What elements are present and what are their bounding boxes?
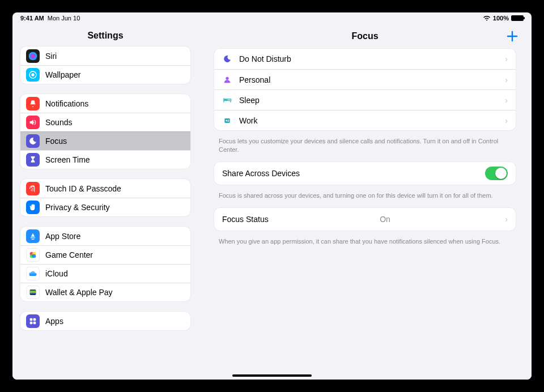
focus-status-value: On: [380, 215, 394, 224]
status-time: 9:41 AM: [20, 15, 44, 22]
chevron-right-icon: ›: [505, 116, 508, 125]
sidebar-item-focus[interactable]: Focus: [20, 131, 190, 150]
cloud-icon: [26, 267, 40, 280]
sidebar-item-label: Wallpaper: [45, 70, 81, 79]
wallpaper-icon: [26, 68, 40, 82]
sidebar-item-sounds[interactable]: Sounds: [20, 113, 190, 131]
sidebar-item-label: Screen Time: [45, 155, 90, 164]
grid-icon: [26, 314, 40, 328]
share-toggle[interactable]: [485, 167, 508, 180]
sidebar-item-label: iCloud: [45, 269, 68, 278]
sidebar-item-screen-time[interactable]: Screen Time: [20, 150, 190, 169]
sidebar-item-label: Privacy & Security: [45, 203, 110, 212]
share-row-card: Share Across Devices: [214, 162, 516, 185]
sidebar-item-label: Wallet & Apple Pay: [45, 288, 113, 297]
bell-icon: [26, 97, 40, 110]
share-across-devices-row: Share Across Devices: [214, 162, 516, 185]
moon-icon: [222, 54, 232, 64]
screen: 9:41 AM Mon Jun 10 100% Settings SiriWal…: [12, 12, 532, 380]
sidebar-item-label: Game Center: [45, 250, 93, 259]
sidebar-item-label: Notifications: [45, 99, 88, 108]
main-header: Focus: [198, 24, 532, 49]
svg-point-0: [29, 52, 37, 60]
sidebar-item-label: App Store: [45, 232, 80, 241]
sidebar-title: Settings: [12, 24, 198, 46]
svg-rect-9: [30, 292, 36, 293]
sidebar-item-game-center[interactable]: Game Center: [20, 245, 190, 264]
focus-mode-label: Do Not Disturb: [239, 54, 291, 63]
svg-rect-18: [228, 120, 230, 120]
svg-point-15: [226, 76, 228, 79]
sidebar-item-icloud[interactable]: iCloud: [20, 264, 190, 283]
focus-mode-work[interactable]: Work›: [214, 110, 516, 130]
settings-sidebar: Settings SiriWallpaperNotificationsSound…: [12, 24, 198, 380]
sidebar-item-wallet-apple-pay[interactable]: Wallet & Apple Pay: [20, 283, 190, 301]
svg-rect-8: [30, 291, 36, 292]
sidebar-item-label: Siri: [45, 52, 57, 61]
focus-status-footer: When you give an app permission, it can …: [198, 234, 532, 254]
focus-modes-list: Do Not Disturb›Personal›Sleep›Work›: [214, 49, 516, 130]
sidebar-item-apps[interactable]: Apps: [20, 312, 190, 330]
main-title: Focus: [351, 31, 378, 41]
bed-icon: [222, 95, 232, 105]
gamecenter-icon: [26, 248, 40, 262]
sidebar-item-label: Touch ID & Passcode: [45, 184, 121, 193]
focus-panel: Focus Do Not Disturb›Personal›Sleep›Work…: [198, 24, 532, 380]
badge-icon: [222, 116, 232, 126]
status-date: Mon Jun 10: [48, 15, 80, 22]
focus-mode-label: Sleep: [239, 96, 260, 105]
svg-rect-19: [228, 121, 230, 121]
share-label: Share Across Devices: [222, 169, 300, 178]
speaker-icon: [26, 116, 40, 129]
sidebar-item-siri[interactable]: Siri: [20, 46, 190, 65]
focus-mode-label: Personal: [239, 75, 270, 84]
chevron-right-icon: ›: [505, 96, 508, 105]
battery-icon: [511, 15, 524, 21]
focus-mode-label: Work: [239, 116, 257, 125]
focus-mode-do-not-disturb[interactable]: Do Not Disturb›: [214, 49, 516, 69]
svg-rect-11: [30, 318, 33, 321]
svg-rect-14: [33, 321, 36, 324]
person-icon: [222, 75, 232, 85]
home-indicator[interactable]: [232, 374, 312, 377]
focus-mode-personal[interactable]: Personal›: [214, 69, 516, 90]
sidebar-item-touch-id-passcode[interactable]: Touch ID & Passcode: [20, 179, 190, 198]
focus-status-row[interactable]: Focus Status On ›: [214, 208, 516, 231]
chevron-right-icon: ›: [505, 54, 508, 63]
svg-point-17: [226, 120, 227, 121]
wifi-icon: [483, 15, 491, 21]
wallet-icon: [26, 286, 40, 299]
moon-icon: [26, 134, 40, 148]
sidebar-item-wallpaper[interactable]: Wallpaper: [20, 65, 190, 84]
add-focus-button[interactable]: [504, 28, 520, 44]
focus-status-card: Focus Status On ›: [214, 208, 516, 231]
battery-percent: 100%: [493, 15, 509, 22]
svg-rect-13: [30, 321, 33, 324]
svg-point-6: [32, 254, 36, 258]
sidebar-item-label: Focus: [45, 137, 67, 146]
svg-rect-12: [33, 318, 36, 321]
appstore-icon: [26, 229, 40, 243]
chevron-right-icon: ›: [505, 215, 508, 224]
sidebar-item-notifications[interactable]: Notifications: [20, 94, 190, 113]
status-bar: 9:41 AM Mon Jun 10 100%: [12, 12, 532, 24]
sidebar-item-privacy-security[interactable]: Privacy & Security: [20, 198, 190, 216]
sidebar-item-label: Sounds: [45, 118, 72, 127]
svg-rect-10: [30, 293, 36, 294]
svg-point-2: [31, 73, 34, 76]
sidebar-item-app-store[interactable]: App Store: [20, 227, 190, 245]
share-footer: Focus is shared across your devices, and…: [198, 188, 532, 208]
hourglass-icon: [26, 153, 40, 167]
chevron-right-icon: ›: [505, 75, 508, 84]
hand-icon: [26, 201, 40, 214]
siri-icon: [26, 49, 40, 63]
focus-modes-footer: Focus lets you customize your devices an…: [198, 134, 532, 162]
focus-status-label: Focus Status: [222, 215, 269, 224]
fingerprint-icon: [26, 182, 40, 195]
focus-mode-sleep[interactable]: Sleep›: [214, 90, 516, 110]
ipad-frame: 9:41 AM Mon Jun 10 100% Settings SiriWal…: [0, 0, 544, 392]
sidebar-item-label: Apps: [45, 317, 63, 326]
